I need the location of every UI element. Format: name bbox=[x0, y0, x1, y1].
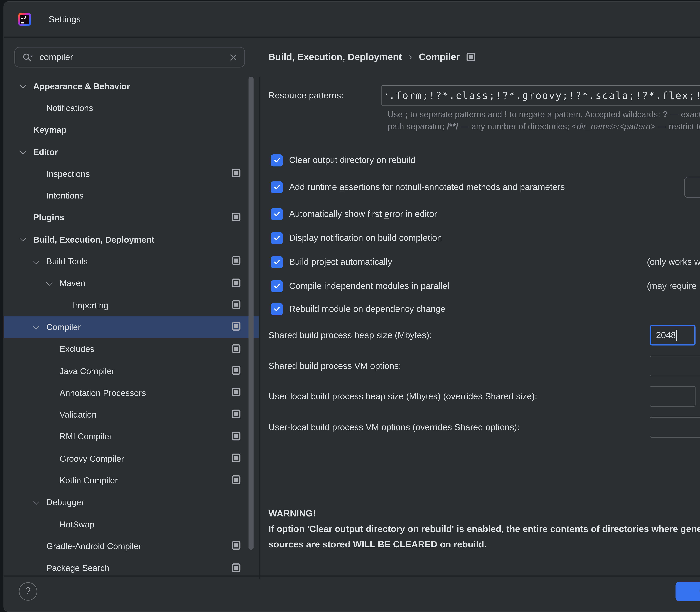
checkbox-checked-icon[interactable] bbox=[271, 154, 283, 166]
chevron-down-icon[interactable] bbox=[31, 498, 41, 507]
chevron-down-icon bbox=[18, 125, 27, 134]
intellij-logo-icon: IJ bbox=[18, 13, 31, 26]
breadcrumb-root[interactable]: Build, Execution, Deployment bbox=[269, 52, 402, 62]
checkbox-checked-icon[interactable] bbox=[271, 280, 283, 292]
sidebar-item-validation[interactable]: Validation bbox=[4, 404, 259, 426]
sidebar-item-build-execution-deployment[interactable]: Build, Execution, Deployment bbox=[4, 228, 259, 250]
chevron-down-icon[interactable] bbox=[18, 235, 27, 244]
sidebar-item-rmi-compiler[interactable]: RMI Compiler bbox=[4, 426, 259, 447]
warning-text: WARNING! If option 'Clear output directo… bbox=[269, 506, 700, 552]
open-in-editor-icon[interactable] bbox=[232, 388, 240, 397]
chevron-down-icon[interactable] bbox=[18, 81, 27, 91]
checkbox-label: Automatically show first error in editor bbox=[289, 209, 437, 219]
chevron-down-icon bbox=[31, 563, 41, 572]
sidebar-item-label: Keymap bbox=[33, 125, 67, 135]
chevron-down-icon[interactable] bbox=[18, 147, 27, 156]
open-in-editor-icon[interactable] bbox=[232, 541, 240, 550]
field-input-user-local-build-process-heap-size-mbyte[interactable] bbox=[650, 386, 696, 407]
sidebar-item-label: Build Tools bbox=[46, 256, 88, 266]
sidebar-item-label: Java Compiler bbox=[59, 366, 115, 376]
checkbox-checked-icon[interactable] bbox=[271, 303, 283, 315]
sidebar-item-editor[interactable]: Editor bbox=[4, 141, 259, 163]
open-in-editor-icon[interactable] bbox=[232, 256, 240, 265]
open-in-editor-icon[interactable] bbox=[467, 53, 475, 61]
chevron-down-icon[interactable] bbox=[31, 322, 41, 331]
sidebar-item-label: Inspections bbox=[46, 169, 90, 179]
open-in-editor-icon[interactable] bbox=[232, 366, 240, 374]
sidebar-item-plugins[interactable]: Plugins bbox=[4, 206, 259, 228]
chevron-down-icon[interactable] bbox=[45, 279, 54, 288]
sidebar-item-debugger[interactable]: Debugger bbox=[4, 491, 259, 513]
open-in-editor-icon[interactable] bbox=[232, 454, 240, 462]
field-input-shared-build-process-heap-size-mbytes[interactable]: 2048 bbox=[650, 325, 696, 346]
sidebar-item-keymap[interactable]: Keymap bbox=[4, 119, 259, 141]
search-icon bbox=[22, 52, 34, 62]
field-value: 2048 bbox=[656, 330, 676, 340]
sidebar-item-groovy-compiler[interactable]: Groovy Compiler bbox=[4, 447, 259, 469]
resource-patterns-field[interactable]: *.form;!?*.class;!?*.groovy;!?*.scala;!?… bbox=[381, 85, 700, 106]
chevron-down-icon bbox=[45, 432, 54, 441]
ok-button[interactable]: OK bbox=[675, 582, 700, 601]
search-input[interactable] bbox=[40, 52, 230, 62]
chevron-down-icon bbox=[45, 366, 54, 375]
configure-annotations-button[interactable]: Configure annotations... bbox=[684, 177, 700, 198]
settings-dialog: IJ Settings Build, Executio bbox=[3, 1, 700, 612]
open-in-editor-icon[interactable] bbox=[232, 213, 240, 221]
open-in-editor-icon[interactable] bbox=[232, 322, 240, 331]
sidebar-item-notifications[interactable]: Notifications bbox=[4, 97, 259, 119]
sidebar-item-label: Notifications bbox=[46, 103, 93, 113]
checkbox-checked-icon[interactable] bbox=[271, 208, 283, 220]
open-in-editor-icon[interactable] bbox=[232, 169, 240, 177]
sidebar-item-label: HotSwap bbox=[59, 519, 94, 529]
checkbox-row-display-notification-on-build-completion: Display notification on build completion bbox=[271, 227, 442, 249]
sidebar-item-gradle-android-compiler[interactable]: Gradle-Android Compiler bbox=[4, 535, 259, 557]
checkbox-checked-icon[interactable] bbox=[271, 232, 283, 244]
open-in-editor-icon[interactable] bbox=[232, 278, 240, 287]
sidebar-item-importing[interactable]: Importing bbox=[4, 294, 259, 316]
sidebar-item-compiler[interactable]: Compiler bbox=[4, 316, 259, 338]
sidebar-item-intentions[interactable]: Intentions bbox=[4, 184, 259, 207]
field-label-shared-build-process-heap-size-mbytes: Shared build process heap size (Mbytes): bbox=[269, 325, 432, 346]
sidebar-item-build-tools[interactable]: Build Tools bbox=[4, 250, 259, 272]
open-in-editor-icon[interactable] bbox=[232, 563, 240, 572]
resource-patterns-label: Resource patterns: bbox=[269, 85, 344, 106]
checkbox-checked-icon[interactable] bbox=[271, 256, 283, 268]
open-in-editor-icon[interactable] bbox=[232, 432, 240, 440]
chevron-down-icon bbox=[58, 300, 67, 309]
warning-line: sources are stored WILL BE CLEARED on re… bbox=[269, 537, 700, 552]
resource-patterns-value: *.form;!?*.class;!?*.groovy;!?*.scala;!?… bbox=[386, 90, 700, 101]
chevron-down-icon bbox=[45, 454, 54, 463]
window-title: Settings bbox=[49, 14, 81, 24]
chevron-down-icon bbox=[31, 103, 41, 112]
field-input-user-local-build-process-vm-options-over[interactable] bbox=[650, 417, 700, 437]
sidebar-scrollbar[interactable] bbox=[248, 76, 254, 550]
open-in-editor-icon[interactable] bbox=[232, 300, 240, 309]
sidebar-item-java-compiler[interactable]: Java Compiler bbox=[4, 360, 259, 381]
sidebar-item-label: Importing bbox=[73, 300, 108, 310]
field-input-shared-build-process-vm-options[interactable] bbox=[650, 356, 700, 376]
sidebar-item-label: Package Search bbox=[46, 563, 109, 573]
sidebar-item-excludes[interactable]: Excludes bbox=[4, 338, 259, 360]
checkbox-checked-icon[interactable] bbox=[271, 181, 283, 193]
checkbox-label: Compile independent modules in parallel bbox=[289, 281, 449, 291]
checkbox-note: (only works while not running / debuggin… bbox=[647, 257, 700, 267]
settings-search-field[interactable] bbox=[14, 47, 245, 67]
resource-patterns-help: Use ; to separate patterns and ! to nega… bbox=[388, 109, 700, 133]
sidebar-item-annotation-processors[interactable]: Annotation Processors bbox=[4, 381, 259, 404]
help-button[interactable]: ? bbox=[19, 582, 37, 601]
sidebar-item-appearance-behavior[interactable]: Appearance & Behavior bbox=[4, 75, 259, 97]
clear-search-icon[interactable] bbox=[230, 53, 237, 61]
sidebar-item-kotlin-compiler[interactable]: Kotlin Compiler bbox=[4, 469, 259, 491]
open-in-editor-icon[interactable] bbox=[232, 344, 240, 353]
chevron-down-icon bbox=[45, 344, 54, 353]
open-in-editor-icon[interactable] bbox=[232, 475, 240, 484]
checkbox-row-add-runtime-assertions-for-notnull-annotated-methods-and-parameters: Add runtime assertions for notnull-annot… bbox=[271, 176, 565, 198]
open-in-editor-icon[interactable] bbox=[232, 410, 240, 418]
sidebar-item-inspections[interactable]: Inspections bbox=[4, 163, 259, 184]
checkbox-row-automatically-show-first-error-in-editor: Automatically show first error in editor bbox=[271, 203, 437, 225]
sidebar-item-maven[interactable]: Maven bbox=[4, 272, 259, 294]
warning-line: WARNING! bbox=[269, 506, 700, 521]
sidebar-item-hotswap[interactable]: HotSwap bbox=[4, 513, 259, 535]
checkbox-label: Build project automatically bbox=[289, 257, 392, 267]
chevron-down-icon[interactable] bbox=[31, 256, 41, 266]
